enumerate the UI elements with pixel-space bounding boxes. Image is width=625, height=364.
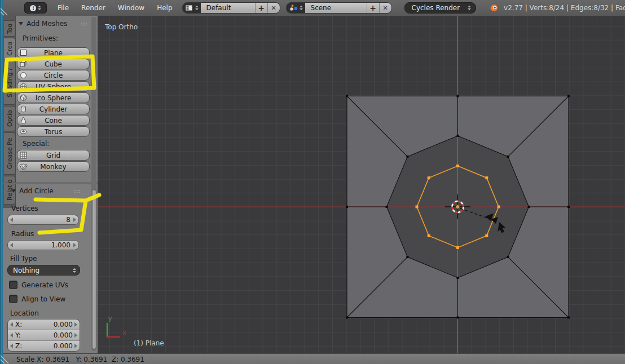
add-circle-panel-title: Add Circle [19, 187, 54, 195]
increment-arrow-icon[interactable] [74, 322, 77, 327]
location-label: Location [10, 309, 39, 317]
add-cone-button[interactable]: Cone [17, 115, 90, 126]
render-engine-selector[interactable]: Cycles Render [404, 2, 477, 14]
add-grid-button[interactable]: Grid [17, 150, 90, 161]
decrement-arrow-icon[interactable] [10, 333, 13, 338]
vertices-value: 8 [13, 216, 73, 224]
fill-type-value: Nothing [8, 267, 73, 274]
panel-separator [3, 183, 98, 184]
fill-type-dropdown[interactable]: Nothing [7, 265, 80, 276]
mini-axis-x-label: x [122, 329, 126, 336]
layout-arrows-icon [195, 6, 199, 10]
cone-icon [19, 116, 28, 125]
location-x-field[interactable]: X: 0.000 [8, 319, 80, 330]
generate-uvs-checkbox[interactable] [9, 281, 17, 289]
decrement-arrow-icon[interactable] [10, 344, 13, 348]
location-y-value: 0.000 [21, 331, 74, 339]
radius-label: Radius [11, 230, 34, 238]
uv-sphere-icon [19, 82, 28, 91]
object-origin-dot [456, 205, 460, 209]
scene-statistics: v2.77 | Verts:8/24 | Edges:8/32 | Faces:… [504, 4, 625, 12]
scene-selector[interactable]: Scene [286, 2, 392, 14]
add-scene-button[interactable] [367, 3, 379, 13]
panel-drag-dots-icon[interactable] [81, 22, 89, 26]
add-meshes-panel-header[interactable]: Add Meshes [19, 20, 67, 28]
vertices-slider[interactable]: 8 [7, 215, 79, 225]
info-editor-icon [30, 5, 36, 11]
screen-layout-selector[interactable]: Default [182, 2, 280, 14]
menu-render[interactable]: Render [75, 4, 112, 12]
tab-create[interactable]: Crea [4, 38, 16, 60]
add-circle-panel-header[interactable]: Add Circle [11, 187, 54, 195]
vertices-label: Vertices [11, 205, 38, 212]
location-z-field[interactable]: Z: 0.000 [8, 340, 80, 351]
decrement-arrow-icon[interactable] [10, 322, 13, 327]
menu-help[interactable]: Help [151, 4, 178, 12]
increment-arrow-icon[interactable] [74, 344, 77, 348]
menu-window[interactable]: Window [112, 4, 151, 12]
view-name-label: Top Ortho [104, 23, 138, 31]
scene-icon [289, 4, 298, 12]
add-torus-button[interactable]: Torus [17, 126, 90, 137]
add-monkey-button[interactable]: Monkey [17, 161, 90, 172]
tab-tools[interactable]: Too [4, 20, 16, 37]
align-to-view-checkbox[interactable] [9, 295, 17, 303]
increment-arrow-icon[interactable] [73, 243, 76, 247]
tab-options[interactable]: Optio [4, 106, 16, 131]
location-z-value: 0.000 [22, 342, 74, 350]
add-uv-sphere-button[interactable]: UV Sphere [17, 81, 90, 92]
delete-scene-button[interactable] [379, 3, 391, 13]
add-cylinder-button[interactable]: Cylinder [17, 104, 90, 114]
blender-window: File Render Window Help Default [0, 0, 625, 364]
generate-uvs-label: Generate UVs [21, 281, 68, 289]
add-cube-button[interactable]: Cube [17, 59, 90, 69]
circle-icon [19, 71, 28, 79]
increment-arrow-icon[interactable] [74, 333, 77, 338]
special-label: Special: [23, 140, 49, 148]
shelf-scrollbar-thumb[interactable] [92, 189, 96, 349]
location-fields: X: 0.000 Y: 0.000 Z: 0.000 [7, 319, 80, 352]
dropdown-arrows-icon [73, 268, 76, 273]
panel-expand-icon [19, 22, 23, 25]
scene-arrows-icon [300, 6, 303, 10]
plane-icon [19, 48, 28, 57]
increment-arrow-icon[interactable] [73, 217, 76, 222]
panel-drag-dots-icon[interactable] [74, 189, 82, 193]
add-circle-button[interactable]: Circle [17, 70, 90, 81]
render-engine-value: Cycles Render [412, 4, 460, 12]
shelf-scrollbar[interactable] [91, 17, 96, 351]
viewport-3d[interactable]: y x Top Ortho (1) Plane [98, 16, 625, 353]
engine-arrows-icon [468, 6, 471, 10]
delete-layout-button[interactable] [267, 3, 280, 13]
info-header: File Render Window Help Default [3, 0, 625, 16]
align-to-view-label: Align to View [21, 295, 65, 303]
add-layout-button[interactable] [255, 3, 267, 13]
add-ico-sphere-button[interactable]: Ico Sphere [17, 92, 90, 103]
add-plane-button[interactable]: Plane [17, 47, 90, 58]
scene-value[interactable]: Scene [305, 3, 367, 13]
cube-icon [19, 60, 28, 68]
tab-grease-pencil[interactable]: Grease Pe [4, 132, 16, 175]
scale-status-text: Scale X: 0.3691 Y: 0.3691 Z: 0.3691 [16, 356, 144, 363]
radius-slider[interactable]: 1.000 [7, 240, 79, 250]
location-y-field[interactable]: Y: 0.000 [8, 330, 80, 340]
torus-icon [19, 127, 28, 136]
mini-axis-widget: y x [107, 315, 126, 338]
location-x-value: 0.000 [22, 321, 74, 329]
menu-file[interactable]: File [51, 4, 75, 12]
active-object-label: (1) Plane [134, 339, 164, 347]
editor-type-arrows-icon [38, 6, 41, 10]
grid-icon [19, 151, 28, 159]
cylinder-icon [19, 105, 28, 113]
radius-value: 1.000 [13, 241, 73, 249]
blender-logo-icon [489, 3, 499, 12]
fill-type-label: Fill Type [10, 255, 37, 263]
panel-expand-icon [11, 189, 16, 193]
screen-layout-value[interactable]: Default [201, 3, 255, 13]
tool-shelf: Too Crea Shading / Optio Grease Pe Relat… [3, 16, 98, 353]
editor-type-selector[interactable] [24, 2, 47, 14]
tab-shading-uvs[interactable]: Shading / [4, 61, 16, 105]
add-meshes-panel-title: Add Meshes [27, 20, 67, 28]
viewport-header-bar: Scale X: 0.3691 Y: 0.3691 Z: 0.3691 [3, 353, 625, 364]
screen-layout-icon [185, 4, 193, 12]
